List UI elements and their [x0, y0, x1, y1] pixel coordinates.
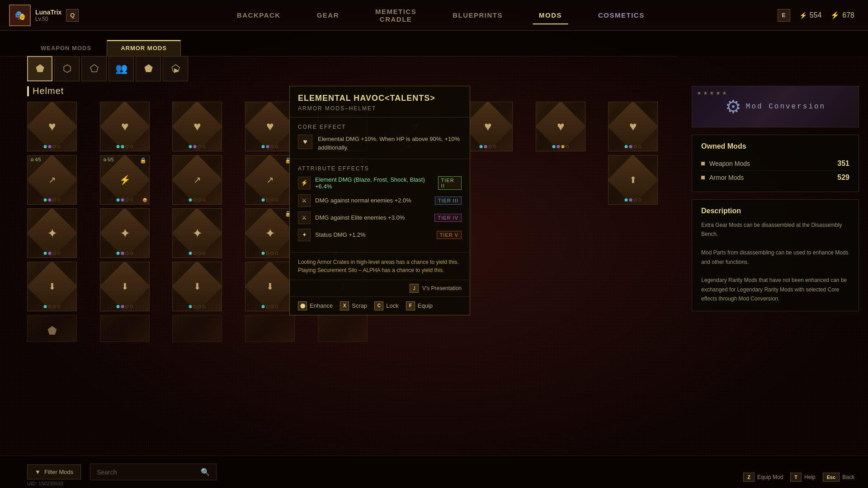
equip-label: Equip	[418, 302, 433, 309]
attr-text-2: DMG against normal enemies +2.0%	[315, 197, 411, 204]
cat-body[interactable]: 👥	[108, 56, 134, 81]
star-4: ★	[716, 90, 721, 96]
lock-button[interactable]: C Lock	[374, 301, 398, 310]
j-key[interactable]: J	[410, 284, 419, 293]
mod-cell-1[interactable]: ♥	[27, 102, 77, 151]
attr-text-4: Status DMG +1.2%	[315, 231, 366, 238]
player-level: Lv.50	[35, 16, 61, 22]
tooltip-mod-type: ARMOR MODS–HELMET	[298, 105, 462, 112]
mod-cell-r2-9[interactable]: ⬆	[608, 155, 658, 205]
equip-button[interactable]: F Equip	[406, 301, 433, 310]
cat-legs[interactable]: ⬟	[136, 56, 161, 81]
mod-cell-r3-3[interactable]: ✦	[172, 208, 222, 258]
cat-chest[interactable]: ⬡	[54, 56, 80, 81]
owned-armor-mods-name: Armor Mods	[701, 174, 744, 181]
tooltip-core-section: CORE EFFECT ♥ Elemental DMG +10%. When H…	[290, 117, 470, 159]
nav-cosmetics[interactable]: COSMETICS	[580, 8, 663, 23]
mod-cell-r4-3[interactable]: ⬇	[172, 262, 222, 311]
attr-icon-2: ⚔	[298, 194, 311, 207]
tier-badge-3: TIER IV	[434, 214, 462, 222]
mod-cell-r4-4[interactable]: ⬇	[245, 262, 295, 311]
q-button[interactable]: Q	[66, 9, 79, 22]
z-key: Z	[743, 473, 755, 482]
back-key[interactable]: Esc Back	[823, 473, 854, 482]
mod-cell-r5-4[interactable]	[245, 315, 295, 342]
tier-badge-2: TIER III	[435, 197, 462, 205]
tab-weapon-mods[interactable]: WEAPON MODS	[27, 40, 105, 56]
t-key: T	[790, 473, 802, 482]
mod-conversion-box: ★ ★ ★ ★ ★ ⚙ Mod Conversion	[692, 86, 859, 127]
player-name: LunaTrix	[35, 9, 61, 16]
mod-cell-r2-2[interactable]: ♻5/5 🔒 📦 ⚡	[100, 155, 150, 205]
mod-cell-r2-3[interactable]: ↗	[172, 155, 222, 205]
mod-cell-r3-2[interactable]: ✦	[100, 208, 150, 258]
top-navigation: 🎭 LunaTrix Lv.50 Q BACKPACK GEAR MEMETIC…	[0, 0, 868, 31]
nav-items: BACKPACK GEAR MEMETICSCRADLE BLUEPRINTS …	[118, 4, 764, 27]
owned-mods-title: Owned Mods	[701, 142, 849, 150]
mod-cell-r2-1[interactable]: ♻4/5 ↗	[27, 155, 77, 205]
avatar: 🎭	[9, 5, 31, 26]
mod-cell-r5-2[interactable]	[100, 315, 150, 342]
attr-text-1: Element DMG (Blaze, Frost, Shock, Blast)…	[315, 176, 434, 190]
mod-cell-r2-4[interactable]: 🔒 ↗	[245, 155, 295, 205]
core-effect-row: ♥ Elemental DMG +10%. When HP is above 9…	[298, 135, 462, 152]
mod-cell-8[interactable]: ♥	[536, 102, 585, 151]
help-key[interactable]: T Help	[790, 473, 815, 482]
uid-label: UID: 150235532	[27, 481, 63, 486]
scrap-button[interactable]: X Scrap	[340, 301, 367, 310]
core-effect-icon: ♥	[298, 135, 312, 149]
cat-arms[interactable]: ⬠	[81, 56, 107, 81]
enhance-label: Enhance	[310, 302, 333, 309]
mod-grid-row5: ⬟	[27, 315, 678, 342]
gear-conversion-icon: ⚙	[725, 96, 741, 117]
star-3: ★	[709, 90, 714, 96]
nav-blueprints[interactable]: BLUEPRINTS	[434, 8, 521, 23]
enhance-button[interactable]: ⬤ Enhance	[298, 301, 333, 310]
mod-cell-7[interactable]: ♥	[463, 102, 513, 151]
nav-mods[interactable]: MODS	[521, 8, 580, 23]
tier-badge-1: TIER II	[438, 176, 462, 190]
tab-armor-mods[interactable]: ARMOR MODS	[107, 40, 181, 56]
mod-cell-r5-5[interactable]	[318, 315, 368, 342]
mod-cell-r4-2[interactable]: ⬇	[100, 262, 150, 311]
tooltip-v-presentation: J V's Presentation	[290, 280, 470, 297]
mod-cell-9[interactable]: ♥	[608, 102, 658, 151]
attr-icon-1: ⚡	[298, 177, 311, 189]
tabs-bar: WEAPON MODS ARMOR MODS	[0, 31, 868, 56]
owned-armor-mods-count: 529	[837, 174, 849, 182]
search-input[interactable]	[97, 469, 197, 476]
mod-cell-3[interactable]: ♥	[172, 102, 222, 151]
mod-cell-r3-4[interactable]: 🔒 ✦	[245, 208, 295, 258]
tooltip-mod-name: ELEMENTAL HAVOC<TALENTS>	[298, 94, 462, 103]
mod-cell-r4-1[interactable]: ⬇	[27, 262, 77, 311]
section-bar-accent	[27, 86, 29, 96]
cat-helmet[interactable]: ⬟	[27, 56, 52, 81]
equip-mod-label: Equip Mod	[757, 474, 783, 480]
e-button[interactable]: E	[778, 9, 790, 22]
mod-cell-r5-1[interactable]: ⬟	[27, 315, 77, 342]
filter-mods-button[interactable]: ▼ Filter Mods	[27, 465, 81, 479]
currency-1: ⚡ 554	[799, 11, 822, 19]
nav-memetics[interactable]: MEMETICSCRADLE	[357, 4, 434, 27]
mod-cell-r5-3[interactable]	[172, 315, 222, 342]
star-2: ★	[703, 90, 708, 96]
filter-label: Filter Mods	[44, 469, 73, 475]
search-box[interactable]: 🔍	[90, 464, 217, 480]
mod-cell-2[interactable]: ♥	[100, 102, 150, 151]
tooltip-panel: ELEMENTAL HAVOC<TALENTS> ARMOR MODS–HELM…	[289, 86, 470, 315]
nav-backpack[interactable]: BACKPACK	[219, 8, 299, 23]
bottom-bar: ▼ Filter Mods 🔍 UID: 150235532 Z Equip M…	[0, 455, 868, 488]
currency-2-value: 678	[842, 11, 854, 19]
owned-armor-mods-row: Armor Mods 529	[701, 171, 849, 184]
equip-mod-key[interactable]: Z Equip Mod	[743, 473, 783, 482]
attr-row-1: ⚡ Element DMG (Blaze, Frost, Shock, Blas…	[298, 176, 462, 190]
mod-cell-4[interactable]: ♥	[245, 102, 295, 151]
nav-gear[interactable]: GEAR	[299, 8, 357, 23]
lock-label: Lock	[386, 302, 398, 309]
tooltip-actions: ⬤ Enhance X Scrap C Lock F Equip	[290, 297, 470, 315]
enhance-key: ⬤	[298, 301, 307, 310]
mod-conversion-title: Mod Conversion	[746, 103, 826, 111]
attr-icon-4: ✦	[298, 229, 311, 241]
mod-conversion-image: ★ ★ ★ ★ ★ ⚙ Mod Conversion	[692, 86, 859, 127]
mod-cell-r3-1[interactable]: ✦	[27, 208, 77, 258]
